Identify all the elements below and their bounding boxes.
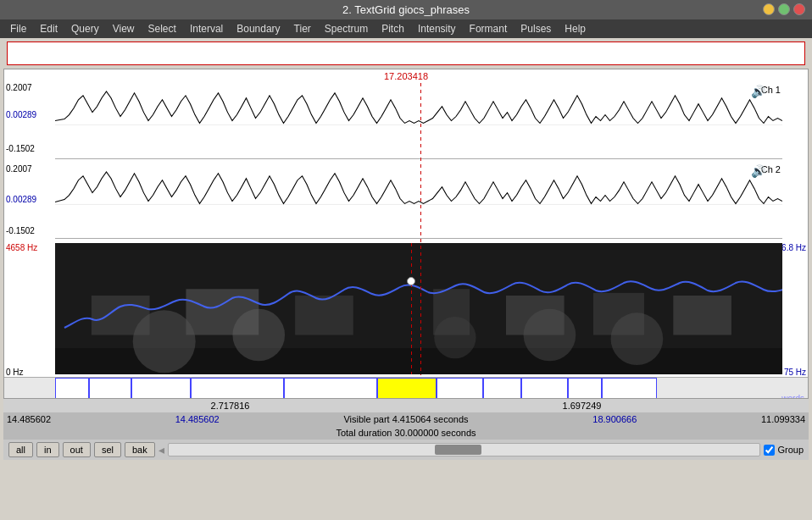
menu-item-file[interactable]: File: [3, 21, 33, 36]
menubar: FileEditQueryViewSelectIntervalBoundaryT…: [0, 19, 812, 38]
window-title: 2. TextGrid giocs_phrases: [342, 3, 470, 16]
out-button[interactable]: out: [63, 442, 91, 457]
menu-item-spectrum[interactable]: Spectrum: [318, 21, 375, 36]
ch2-bot-label: -0.1502: [6, 226, 35, 235]
ch2-mid-label: 0.00289: [6, 195, 36, 204]
window-controls: [763, 3, 805, 15]
tier-row: ⚐ 1 sow se e ea simpl eexample ofcryptog…: [4, 377, 808, 399]
ch1-top-label: 0.2007: [6, 83, 32, 92]
group-checkbox-container: Group: [764, 445, 804, 456]
spectrogram: [55, 243, 782, 374]
in-button[interactable]: in: [36, 442, 59, 457]
controls-row: all in out sel bak ◂ Group: [3, 440, 809, 460]
time-marker-right: 1.697249: [563, 401, 602, 411]
tier-cell-3[interactable]: example of: [191, 378, 284, 399]
tier-cell-6[interactable]: this: [437, 378, 483, 399]
total-duration: Total duration 30.000000 seconds: [3, 426, 809, 440]
spec-hz-right-bot: 75 Hz: [784, 368, 806, 377]
ch1-mid-label: 0.00289: [6, 110, 36, 119]
time-row: 2.717816 1.697249: [3, 399, 809, 412]
waveform-cursor-line: [420, 83, 421, 375]
ch1-speaker-icon[interactable]: 🔊: [751, 85, 765, 98]
tier-right-label: words (17/23): [757, 378, 808, 399]
tier-cell-1[interactable]: w se e e: [89, 378, 131, 399]
time-marker-left: 2.717816: [211, 401, 250, 411]
menu-item-formant[interactable]: Formant: [463, 21, 514, 36]
time-start-blue: 14.485602: [175, 414, 220, 424]
close-button[interactable]: [793, 3, 805, 15]
tier-cell-10[interactable]: time pad: [602, 378, 657, 399]
time-visible: Visible part 4.415064 seconds: [343, 414, 468, 424]
maximize-button[interactable]: [778, 3, 790, 15]
scrollbar-thumb[interactable]: [435, 445, 482, 455]
tier-label-text: words: [781, 394, 804, 400]
titlebar: 2. TextGrid giocs_phrases: [0, 0, 812, 19]
time-end: 11.099334: [761, 414, 805, 424]
bak-button[interactable]: bak: [125, 442, 155, 457]
tier-cell-5[interactable]: [377, 378, 437, 399]
menu-item-boundary[interactable]: Boundary: [230, 21, 286, 36]
scroll-left-icon: ◂: [159, 443, 164, 456]
search-input[interactable]: [8, 46, 804, 61]
minimize-button[interactable]: [763, 3, 775, 15]
ch1-bot-label: -0.1502: [6, 144, 35, 153]
menu-item-view[interactable]: View: [106, 21, 142, 36]
ch2-top-label: 0.2007: [6, 164, 32, 174]
ch2-waveform: Ch 2 🔊: [55, 163, 782, 239]
svg-rect-2: [55, 163, 782, 238]
menu-item-tier[interactable]: Tier: [287, 21, 318, 36]
tier-num-label: ⚐ 1: [8, 397, 24, 399]
ch2-speaker-icon[interactable]: 🔊: [751, 164, 765, 178]
time-cursor-line: [411, 243, 412, 374]
tier-cell-9[interactable]: on e: [568, 378, 602, 399]
menu-item-select[interactable]: Select: [142, 21, 183, 36]
sel-button[interactable]: sel: [94, 442, 121, 457]
tier-number: ⚐ 1: [4, 378, 55, 399]
group-label: Group: [777, 445, 804, 455]
tier-cell-2[interactable]: a simpl e: [131, 378, 191, 399]
tier-cell-0[interactable]: so: [55, 378, 89, 399]
spec-hz-left-bot: 0 Hz: [6, 368, 24, 377]
bottom-times: 14.485602 14.485602 Visible part 4.41506…: [3, 412, 809, 426]
time-cursor-label: 17.203418: [384, 71, 428, 81]
tier-cell-8[interactable]: is ca lled: [521, 378, 568, 399]
scrollbar[interactable]: [168, 443, 761, 456]
waveform-area: 17.203418 0.2007 0.00289 -0.1502 Ch 1 🔊 …: [3, 69, 809, 399]
tier-cell-4[interactable]: cryptograph y: [284, 378, 377, 399]
group-checkbox[interactable]: [764, 445, 775, 456]
menu-item-help[interactable]: Help: [558, 21, 592, 36]
tier-cells: sow se e ea simpl eexample ofcryptograph…: [55, 378, 757, 399]
menu-item-pulses[interactable]: Pulses: [514, 21, 558, 36]
all-button[interactable]: all: [8, 442, 33, 457]
menu-item-pitch[interactable]: Pitch: [375, 21, 411, 36]
ch1-waveform: Ch 1 🔊: [55, 83, 782, 159]
main-view: 17.203418 0.2007 0.00289 -0.1502 Ch 1 🔊 …: [3, 69, 809, 460]
menu-item-interval[interactable]: Interval: [183, 21, 230, 36]
menu-item-query[interactable]: Query: [64, 21, 106, 36]
time-start: 14.485602: [7, 414, 51, 424]
search-bar: [7, 41, 805, 65]
menu-item-intensity[interactable]: Intensity: [411, 21, 463, 36]
spec-hz-left-top: 4658 Hz: [6, 243, 37, 252]
menu-item-edit[interactable]: Edit: [33, 21, 64, 36]
tier-cell-7[interactable]: thi ng: [483, 378, 521, 399]
time-end-blue: 18.900666: [592, 414, 637, 424]
